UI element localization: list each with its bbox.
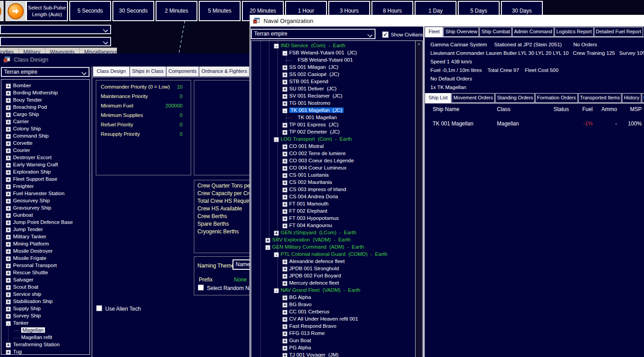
class-tree-item[interactable]: +Mining Platform (1, 241, 89, 248)
expand-icon[interactable]: + (282, 339, 287, 344)
class-tree-item[interactable]: +Destroyer Escort (1, 154, 89, 161)
class-tree-item[interactable]: +Courier (1, 147, 89, 154)
expand-icon[interactable]: + (6, 292, 11, 297)
collapse-icon[interactable]: - (274, 44, 279, 49)
expand-icon[interactable]: + (6, 148, 11, 153)
collapse-icon[interactable]: - (6, 321, 11, 326)
class-tree-item[interactable]: +Freighter (1, 183, 89, 190)
time-button-3[interactable]: 2 Minutes (156, 1, 197, 21)
map-dropdown-2[interactable] (0, 37, 111, 46)
naval-tree-item[interactable]: +CO 001 Mistral (251, 143, 416, 150)
naval-tree-item[interactable]: -IND Service (Com) - Earth (251, 42, 416, 49)
expand-icon[interactable]: + (282, 72, 287, 77)
naval-tree-item[interactable]: +CC 001 Cerberus (251, 308, 416, 316)
expand-icon[interactable]: + (282, 101, 287, 106)
time-button-prev[interactable] (0, 1, 4, 21)
expand-icon[interactable]: + (274, 231, 279, 236)
naval-tree-item[interactable]: +CS 003 impress of Irland (251, 186, 416, 193)
expand-icon[interactable]: + (282, 87, 287, 92)
naval-tree-item[interactable]: +CS 002 Mauritania (251, 179, 416, 186)
map-tab-bodies[interactable]: Bodies (0, 48, 19, 54)
class-tree-item[interactable]: +Early Warning Craft (1, 161, 89, 169)
expand-icon[interactable]: + (282, 144, 287, 149)
expand-icon[interactable]: + (6, 343, 11, 348)
expand-icon[interactable]: + (6, 235, 11, 240)
map-tab-waypoints[interactable]: Waypoints (45, 48, 80, 54)
class-design-tab-1[interactable]: Ships in Class (130, 67, 166, 76)
expand-icon[interactable]: + (282, 317, 287, 322)
collapse-icon[interactable]: - (282, 51, 287, 56)
class-tree-item[interactable]: +Bomber (1, 82, 89, 89)
expand-icon[interactable]: + (6, 184, 11, 189)
expand-icon[interactable]: + (6, 141, 11, 146)
naval-tree-item[interactable]: +CO 002 Terre de lumiere (251, 150, 416, 157)
naval-tree-item[interactable]: -TK 001 Magellan (JC) (251, 107, 416, 114)
naval-tree-item[interactable]: +FT 001 Mamouth (251, 201, 416, 208)
expand-icon[interactable]: + (6, 299, 11, 304)
collapse-icon[interactable]: - (274, 288, 279, 293)
ship-tab-0[interactable]: Ship List (425, 93, 451, 103)
expand-icon[interactable]: + (6, 199, 11, 204)
class-tree-item[interactable]: Magellan refit (1, 334, 89, 341)
naval-tree-item[interactable]: -NAV Grand Fleet (VADM) - Earth (251, 287, 416, 294)
class-tree-item[interactable]: +Rescue Shuttle (1, 269, 89, 277)
expand-icon[interactable]: + (282, 324, 287, 329)
expand-icon[interactable]: + (282, 295, 287, 300)
naval-tree-item[interactable]: +Mercury defence fleet (251, 280, 416, 287)
class-tree-item[interactable]: +Carrier (1, 118, 89, 125)
naval-tree-item[interactable]: +Fast Respond Bravo (251, 323, 416, 330)
expand-icon[interactable]: + (282, 180, 287, 185)
expand-icon[interactable]: + (6, 156, 11, 161)
naval-org-titlebar[interactable]: Naval Organization (250, 15, 644, 27)
ship-tab-2[interactable]: Standing Orders (495, 93, 535, 103)
expand-icon[interactable]: + (282, 173, 287, 178)
naval-tree-item[interactable]: +PG Alpha (251, 344, 416, 352)
naval-tree-item[interactable]: +STB 001 Expend (251, 78, 416, 85)
class-tree-item[interactable]: Magellan (1, 327, 89, 334)
map-tab-miscellaneous[interactable]: Miscellaneous (80, 48, 117, 54)
expand-icon[interactable]: + (6, 271, 11, 276)
class-tree-item[interactable]: +Terraforming Station (1, 341, 89, 348)
ship-tab-6[interactable]: M (642, 93, 644, 103)
collapse-icon[interactable]: - (282, 108, 287, 113)
class-tree-item[interactable]: +Personal Transport (1, 262, 89, 269)
expand-icon[interactable]: + (282, 216, 287, 221)
naval-tree-item[interactable]: TK 001 Magellan (251, 114, 416, 121)
naval-tree-item[interactable]: +CO 003 Coeur des Légende (251, 157, 416, 165)
naval-tree-item[interactable]: +SS 002 Casiopé (JC) (251, 71, 416, 78)
naval-tree-item[interactable]: +CO 004 Coeur Lumineux (251, 165, 416, 172)
expand-icon[interactable]: + (265, 238, 270, 243)
naval-tree-item[interactable]: +CV All Under Heaven refit 001 (251, 316, 416, 323)
ship-tab-4[interactable]: Transported Items (578, 93, 622, 103)
expand-icon[interactable]: + (6, 91, 11, 96)
naming-theme-select[interactable]: Name I (233, 259, 250, 270)
expand-icon[interactable]: + (282, 130, 287, 135)
class-tree-item[interactable]: +Missile Destroyer (1, 248, 89, 255)
class-tree-item[interactable]: +Corvette (1, 140, 89, 147)
expand-icon[interactable]: + (282, 331, 287, 336)
class-tree-item[interactable]: +Stabilisation Ship (1, 298, 89, 305)
class-tree-item[interactable]: +Scout Boat (1, 284, 89, 291)
expand-icon[interactable]: + (282, 195, 287, 200)
class-tree-item[interactable]: +Survey Ship (1, 312, 89, 320)
class-tree-item[interactable]: +Cargo Ship (1, 111, 89, 118)
expand-icon[interactable]: + (282, 281, 287, 286)
expand-icon[interactable]: + (282, 310, 287, 315)
naval-tree-item[interactable]: +TP 001 Express (JC) (251, 121, 416, 129)
class-tree-item[interactable]: +Fuel Harvester Station (1, 190, 89, 197)
collapse-icon[interactable]: - (265, 245, 270, 250)
expand-icon[interactable]: + (282, 346, 287, 351)
class-tree-item[interactable]: +Breaching Pod (1, 104, 89, 111)
expand-icon[interactable]: + (282, 152, 287, 156)
ship-tab-5[interactable]: History (622, 93, 641, 103)
expand-icon[interactable]: + (6, 177, 11, 182)
time-button-0[interactable]: Select Sub-Pulse Length (Auto) (26, 1, 68, 21)
naval-tree-item[interactable]: +CS 001 Lusitania (251, 172, 416, 179)
naval-tree-item[interactable]: +CS 004 Andrea Doria (251, 193, 416, 201)
fleet-tab-4[interactable]: Logistics Report (555, 27, 594, 37)
naval-tree-item[interactable]: -GEN Military Command (ADM) - Earth (251, 244, 416, 251)
naval-tree-item[interactable]: +TP 002 Demeter (JC) (251, 129, 416, 136)
naval-tree-item[interactable]: +SU 001 Deliver (JC) (251, 85, 416, 93)
collapse-icon[interactable]: - (274, 137, 279, 142)
naval-tree-item[interactable]: +SV 001 Reclamer (JC) (251, 93, 416, 100)
